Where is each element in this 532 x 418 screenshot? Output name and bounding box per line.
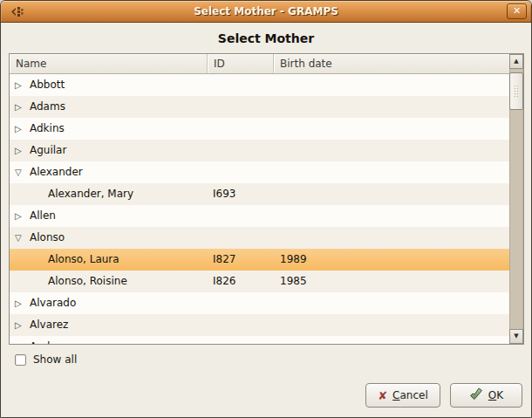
expander-collapsed-icon[interactable]: ▷: [15, 292, 29, 314]
table-row[interactable]: ▽Alonso: [10, 227, 509, 249]
cancel-button[interactable]: ✘ Cancel: [365, 383, 440, 408]
table-row[interactable]: Alonso, RoisineI8261985: [10, 271, 509, 292]
close-icon: ✕: [513, 5, 521, 17]
scroll-down-button[interactable]: ▼: [509, 329, 523, 344]
table-row[interactable]: ▷Aguilar: [10, 140, 509, 161]
table-row[interactable]: Alonso, LauraI8271989: [10, 249, 509, 271]
show-all-checkbox[interactable]: [15, 354, 26, 366]
table-row[interactable]: ▷Adkins: [10, 118, 509, 140]
table-row[interactable]: ▽Alexander: [10, 161, 509, 183]
table-row[interactable]: Alexander, MaryI693: [10, 183, 509, 205]
cell-id: I826: [213, 271, 235, 292]
scrollbar-grip: [514, 85, 520, 98]
scroll-up-icon: ▲: [514, 58, 518, 65]
select-mother-dialog: Select Mother - GRAMPS ✕ Select Mother N…: [0, 0, 532, 418]
cell-birthdate: 1989: [280, 249, 307, 271]
column-header-name[interactable]: Name: [10, 54, 208, 73]
expander-collapsed-icon[interactable]: ▷: [15, 314, 29, 336]
cell-id: I693: [213, 183, 235, 205]
table-body: ▷Abbott▷Adams▷Adkins▷Aguilar▽AlexanderAl…: [10, 74, 509, 344]
cell-name: Alonso, Laura: [48, 249, 119, 271]
show-all-option[interactable]: Show all: [15, 353, 77, 367]
cell-name: Abbott: [30, 74, 65, 96]
column-header-birthdate[interactable]: Birth date: [274, 54, 509, 73]
vertical-scrollbar[interactable]: ▲ ▼: [509, 54, 523, 344]
mother-list-frame: Name ID Birth date ▷Abbott▷Adams▷Adkins▷…: [9, 53, 524, 345]
title-bar[interactable]: Select Mother - GRAMPS ✕: [1, 1, 531, 23]
ok-check-icon: [469, 387, 483, 403]
cell-name: Adkins: [30, 118, 65, 140]
cell-name: Alexander: [30, 161, 83, 183]
scroll-up-button[interactable]: ▲: [509, 54, 523, 69]
table-row[interactable]: ▷Anderson: [10, 336, 509, 344]
cell-name: Alvarez: [30, 314, 68, 336]
cell-birthdate: 1985: [280, 271, 307, 292]
expander-collapsed-icon[interactable]: ▷: [15, 74, 29, 96]
cancel-x-icon: ✘: [378, 390, 387, 401]
close-button[interactable]: ✕: [507, 3, 527, 19]
expander-collapsed-icon[interactable]: ▷: [15, 96, 29, 118]
cancel-button-label: Cancel: [392, 389, 428, 401]
window-title: Select Mother - GRAMPS: [1, 1, 531, 23]
table-row[interactable]: ▷Alvarado: [10, 292, 509, 314]
ok-button-label: OK: [488, 389, 503, 401]
cell-name: Alonso: [30, 227, 65, 249]
cell-name: Adams: [30, 96, 65, 118]
cell-id: I827: [213, 249, 235, 271]
ok-button[interactable]: OK: [450, 383, 522, 408]
page-title: Select Mother: [1, 24, 531, 51]
cell-name: Aguilar: [30, 140, 66, 161]
table-row[interactable]: ▷Alvarez: [10, 314, 509, 336]
expander-collapsed-icon[interactable]: ▷: [15, 336, 29, 344]
table-row[interactable]: ▷Allen: [10, 205, 509, 227]
cell-name: Alexander, Mary: [48, 183, 133, 205]
cell-name: Anderson: [30, 336, 79, 344]
gramps-icon: [9, 4, 24, 19]
cell-name: Allen: [30, 205, 56, 227]
scrollbar-thumb[interactable]: [509, 72, 523, 110]
table-header: Name ID Birth date: [10, 54, 509, 74]
expander-collapsed-icon[interactable]: ▷: [15, 118, 29, 140]
scroll-down-icon: ▼: [514, 332, 518, 339]
cell-name: Alvarado: [30, 292, 76, 314]
column-header-id[interactable]: ID: [208, 54, 274, 73]
table-row[interactable]: ▷Adams: [10, 96, 509, 118]
expander-collapsed-icon[interactable]: ▷: [15, 140, 29, 161]
expander-expanded-icon[interactable]: ▽: [15, 161, 29, 183]
expander-expanded-icon[interactable]: ▽: [15, 227, 29, 249]
expander-collapsed-icon[interactable]: ▷: [15, 205, 29, 227]
show-all-label: Show all: [33, 353, 77, 366]
cell-name: Alonso, Roisine: [48, 271, 127, 292]
table-row[interactable]: ▷Abbott: [10, 74, 509, 96]
